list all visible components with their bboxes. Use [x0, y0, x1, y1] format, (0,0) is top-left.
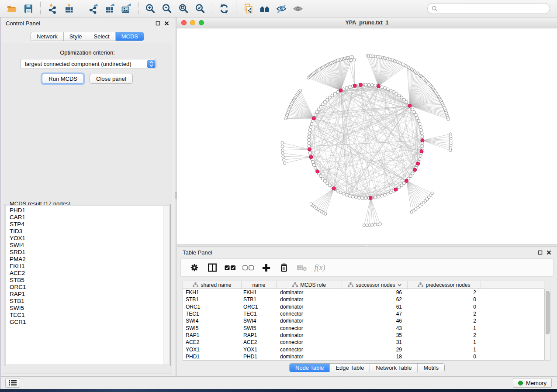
- graph-dominator-node[interactable]: [316, 170, 319, 173]
- graph-node[interactable]: [310, 203, 312, 205]
- mcds-result-item[interactable]: ORC1: [10, 284, 162, 291]
- cell-mcds-role[interactable]: dominator: [277, 332, 342, 338]
- cell-name[interactable]: RAP1: [242, 332, 277, 338]
- graph-node[interactable]: [376, 223, 379, 226]
- mcds-result-item[interactable]: CAR1: [10, 214, 162, 221]
- graph-dominator-node[interactable]: [377, 84, 380, 88]
- zoom-fit-button[interactable]: [175, 1, 192, 16]
- graph-node[interactable]: [308, 138, 311, 141]
- table-row[interactable]: SWI5 SWI5 connector 43 1: [183, 324, 544, 331]
- mcds-result-item[interactable]: YOX1: [10, 235, 162, 242]
- graph-node[interactable]: [336, 189, 339, 193]
- graph-dominator-node[interactable]: [421, 139, 424, 142]
- graph-node[interactable]: [371, 224, 374, 226]
- deselect-all-rows-button[interactable]: [241, 260, 256, 275]
- cell-predecessor-nodes[interactable]: 0: [408, 296, 481, 303]
- graph-node[interactable]: [363, 224, 365, 227]
- tab-style[interactable]: Style: [63, 32, 88, 41]
- graph-node[interactable]: [361, 196, 364, 199]
- graph-node[interactable]: [326, 98, 329, 101]
- cell-shared-name[interactable]: YOX1: [183, 347, 242, 353]
- tab-select[interactable]: Select: [88, 32, 115, 41]
- graph-node[interactable]: [395, 92, 398, 95]
- cell-name[interactable]: ACE2: [242, 339, 277, 345]
- graph-node[interactable]: [308, 135, 311, 138]
- cell-name[interactable]: YOX1: [242, 347, 277, 353]
- graph-node[interactable]: [366, 224, 368, 227]
- column-header-successor-nodes[interactable]: successor nodes: [342, 281, 408, 289]
- mcds-result-item[interactable]: STB1: [10, 298, 162, 305]
- table-row[interactable]: YOX1 YOX1 connector 29 1: [183, 346, 544, 353]
- column-header-predecessor-nodes[interactable]: predecessor nodes: [408, 281, 481, 289]
- graph-node[interactable]: [447, 118, 450, 120]
- graph-node[interactable]: [386, 88, 389, 91]
- graph-dominator-node[interactable]: [394, 188, 398, 191]
- graph-node[interactable]: [374, 84, 377, 87]
- graph-node[interactable]: [323, 179, 326, 182]
- network-graph[interactable]: [177, 28, 557, 244]
- graph-node[interactable]: [377, 195, 380, 198]
- graph-node[interactable]: [308, 129, 311, 132]
- cell-successor-nodes[interactable]: 46: [342, 318, 408, 324]
- open-file-button[interactable]: [3, 1, 20, 16]
- float-panel-icon[interactable]: [538, 250, 543, 255]
- graph-node[interactable]: [421, 135, 424, 138]
- mcds-result-item[interactable]: SRD1: [10, 249, 162, 256]
- tab-node-table[interactable]: Node Table: [290, 364, 330, 372]
- graph-dominator-node[interactable]: [308, 148, 311, 151]
- graph-node[interactable]: [312, 164, 315, 167]
- graph-node[interactable]: [419, 126, 422, 129]
- table-vertical-scrollbar[interactable]: [544, 289, 550, 361]
- search-input[interactable]: [440, 5, 546, 12]
- cell-successor-nodes[interactable]: 47: [342, 311, 408, 317]
- graph-dominator-node[interactable]: [339, 89, 343, 92]
- cell-mcds-role[interactable]: connector: [277, 325, 342, 331]
- mcds-result-item[interactable]: STB5: [10, 277, 162, 284]
- graph-node[interactable]: [308, 132, 311, 135]
- cell-shared-name[interactable]: STB1: [183, 296, 242, 303]
- cell-mcds-role[interactable]: dominator: [277, 318, 342, 324]
- graph-node[interactable]: [354, 196, 357, 199]
- cell-successor-nodes[interactable]: 96: [342, 289, 408, 296]
- cell-predecessor-nodes[interactable]: 0: [408, 354, 481, 360]
- graph-dominator-node[interactable]: [405, 179, 408, 182]
- import-network-button[interactable]: [44, 1, 61, 16]
- graph-node[interactable]: [374, 224, 376, 226]
- graph-node[interactable]: [374, 196, 377, 199]
- table-scrollbar-thumb[interactable]: [546, 291, 550, 334]
- graph-node[interactable]: [315, 110, 318, 113]
- hide-selected-button[interactable]: [273, 1, 290, 16]
- cell-shared-name[interactable]: SWI4: [183, 318, 242, 324]
- clone-network-button[interactable]: [240, 1, 256, 16]
- graph-node[interactable]: [389, 191, 392, 194]
- minimize-window-icon[interactable]: [190, 20, 195, 25]
- graph-node[interactable]: [308, 145, 311, 148]
- cell-name[interactable]: TEC1: [242, 311, 277, 317]
- cell-mcds-role[interactable]: dominator: [277, 354, 342, 360]
- graph-node[interactable]: [281, 145, 284, 148]
- cell-shared-name[interactable]: TEC1: [183, 311, 242, 317]
- graph-node[interactable]: [421, 145, 424, 148]
- graph-node[interactable]: [339, 191, 342, 194]
- graph-node[interactable]: [309, 126, 312, 129]
- graph-node[interactable]: [417, 119, 420, 122]
- graph-node[interactable]: [416, 117, 419, 120]
- graph-node[interactable]: [418, 122, 421, 125]
- float-panel-icon[interactable]: [156, 21, 160, 26]
- mcds-result-item[interactable]: PMA2: [10, 256, 162, 263]
- cell-shared-name[interactable]: RAP1: [183, 332, 242, 338]
- cell-name[interactable]: ORC1: [242, 304, 277, 310]
- cell-shared-name[interactable]: PHD1: [183, 354, 242, 360]
- zoom-selected-button[interactable]: [192, 1, 208, 16]
- graph-node[interactable]: [392, 90, 395, 93]
- column-settings-button[interactable]: [187, 260, 202, 275]
- cell-predecessor-nodes[interactable]: 1: [408, 325, 481, 331]
- graph-node[interactable]: [415, 113, 418, 117]
- graph-dominator-node[interactable]: [408, 104, 412, 107]
- mcds-result-item[interactable]: ACE2: [10, 270, 162, 277]
- graph-node[interactable]: [410, 211, 413, 213]
- import-table-button[interactable]: [61, 1, 77, 16]
- cell-predecessor-nodes[interactable]: 2: [408, 289, 481, 296]
- cell-shared-name[interactable]: ACE2: [183, 339, 242, 345]
- split-table-button[interactable]: [205, 260, 220, 275]
